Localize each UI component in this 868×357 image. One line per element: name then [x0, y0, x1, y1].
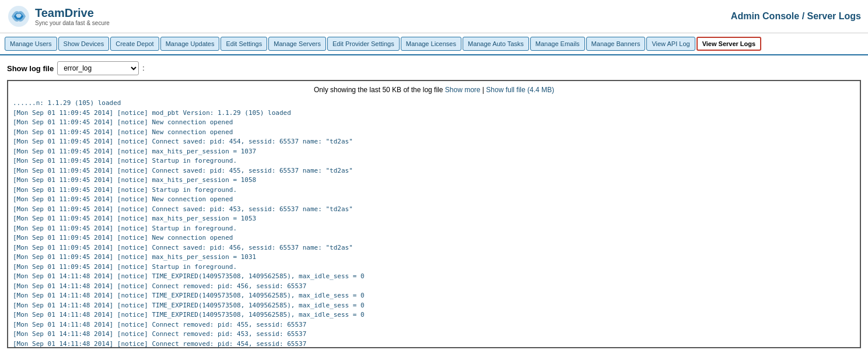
nav-btn-manage-servers[interactable]: Manage Servers — [268, 37, 326, 51]
nav-btn-edit-provider-settings[interactable]: Edit Provider Settings — [327, 37, 400, 51]
logo-icon — [7, 5, 30, 28]
log-file-label: Show log file — [7, 64, 54, 73]
logo-area: TeamDrive Sync your data fast & secure — [7, 5, 110, 28]
nav-btn-manage-updates[interactable]: Manage Updates — [160, 37, 220, 51]
nav-btn-show-devices[interactable]: Show Devices — [58, 37, 110, 51]
log-content: ......n: 1.1.29 (105) loaded [Mon Sep 01… — [13, 99, 855, 348]
nav-btn-view-server-logs[interactable]: View Server Logs — [696, 37, 762, 51]
log-header-line: Only showing the last 50 KB of the log f… — [13, 86, 855, 94]
header: TeamDrive Sync your data fast & secure A… — [0, 0, 868, 33]
nav-btn-edit-settings[interactable]: Edit Settings — [220, 37, 267, 51]
logo-title: TeamDrive — [35, 6, 110, 20]
page-title: Admin Console / Server Logs — [731, 11, 861, 22]
nav-btn-view-api-log[interactable]: View API Log — [646, 37, 695, 51]
logo-text-area: TeamDrive Sync your data fast & secure — [35, 6, 110, 26]
log-file-select[interactable]: error_logaccess_logother_log — [57, 61, 139, 75]
main-content: Show log file error_logaccess_logother_l… — [0, 55, 868, 354]
log-container[interactable]: Only showing the last 50 KB of the log f… — [7, 80, 861, 348]
nav-btn-manage-emails[interactable]: Manage Emails — [530, 37, 585, 51]
nav-btn-manage-auto-tasks[interactable]: Manage Auto Tasks — [463, 37, 529, 51]
logo-subtitle: Sync your data fast & secure — [35, 20, 110, 26]
log-header-text: Only showing the last 50 KB of the log f… — [314, 86, 445, 94]
nav-btn-manage-banners[interactable]: Manage Banners — [586, 37, 646, 51]
colon: : — [142, 64, 144, 72]
show-more-link[interactable]: Show more — [445, 86, 481, 94]
nav-btn-create-depot[interactable]: Create Depot — [110, 37, 159, 51]
show-full-link[interactable]: Show full file (4.4 MB) — [486, 86, 554, 94]
nav-btn-manage-users[interactable]: Manage Users — [5, 37, 57, 51]
nav-bar: Manage UsersShow DevicesCreate DepotMana… — [0, 33, 868, 55]
log-file-row: Show log file error_logaccess_logother_l… — [7, 61, 861, 75]
nav-btn-manage-licenses[interactable]: Manage Licenses — [401, 37, 461, 51]
